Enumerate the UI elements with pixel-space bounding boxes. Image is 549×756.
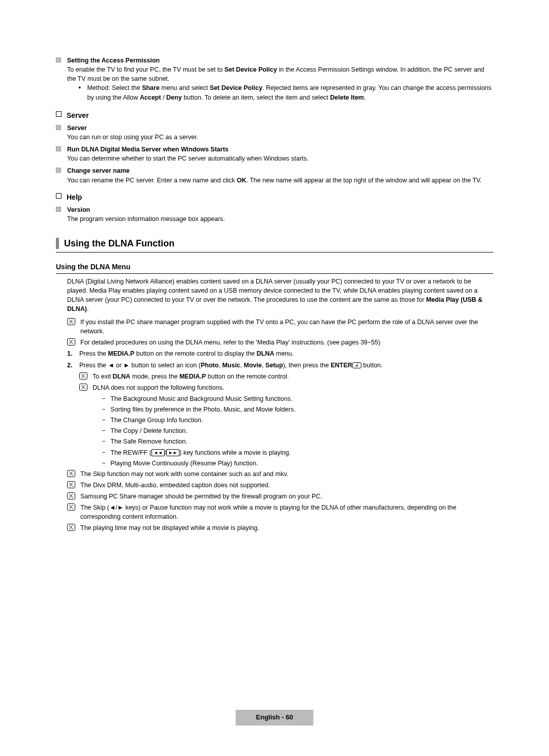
para-dlna-intro: DLNA (Digital Living Network Alliance) e… (67, 277, 493, 314)
note-not-supported-list: DLNA does not support the following func… (79, 383, 493, 392)
step-2: 2. Press the ◄ or ► button to select an … (67, 361, 493, 370)
note-skip-container: The Skip function may not work with some… (67, 469, 493, 479)
heading-help: Help (67, 192, 82, 202)
note-icon (67, 318, 75, 325)
note-icon (79, 372, 87, 380)
note-skip-pause: The Skip (◄/► keys) or Pause function ma… (67, 503, 493, 521)
note-divx: The Divx DRM, Multi-audio, embedded capt… (67, 481, 493, 490)
checkbox-server: Server (56, 110, 493, 120)
note-firewall: Samsung PC Share manager should be permi… (67, 492, 493, 501)
ff-key-icon: ►► (166, 449, 179, 456)
note-playing-time: The playing time may not be displayed wh… (67, 523, 493, 532)
square-bullet-icon (56, 57, 61, 62)
heading-server: Server (67, 110, 89, 120)
note-icon (67, 338, 75, 345)
note-icon (67, 503, 75, 511)
rew-key-icon: ◄◄ (151, 449, 165, 456)
note-install-pc-share: If you install the PC share manager prog… (67, 318, 493, 336)
bullet-server-sub3: Change server name You can rename the PC… (56, 166, 493, 184)
bullet-access-permission: Setting the Access Permission To enable … (56, 56, 493, 103)
checkbox-icon (56, 193, 62, 199)
dash-change-group: The Change Group Info function. (102, 416, 493, 425)
bullet-server-sub2: Run DLNA Digital Media Server when Windo… (56, 145, 493, 163)
page-footer: English - 60 (236, 710, 314, 726)
square-bullet-icon (56, 146, 61, 151)
note-icon (67, 481, 75, 488)
dash-copy-delete: The Copy / Delete function. (102, 426, 493, 435)
step-1: 1. Press the MEDIA.P button on the remot… (67, 349, 493, 358)
square-bullet-icon (56, 168, 61, 173)
note-icon (67, 524, 75, 531)
section-divider (56, 252, 493, 253)
square-bullet-icon (56, 125, 61, 130)
note-icon (67, 470, 75, 477)
section-dlna-function: Using the DLNA Function (56, 237, 493, 253)
note-exit-dlna: To exit DLNA mode, press the MEDIA.P but… (79, 372, 493, 381)
dash-rew-ff: The REW/FF (◄◄/►►) key functions while a… (102, 448, 493, 457)
note-icon (79, 384, 87, 391)
square-bullet-icon (56, 207, 61, 212)
dash-resume-play: Playing Movie Continuously (Resume Play)… (102, 459, 493, 468)
dash-bg-music: The Background Music and Background Musi… (102, 394, 493, 403)
note-detailed-procedures: For detailed procedures on using the DLN… (67, 338, 493, 347)
dash-safe-remove: The Safe Remove function. (102, 437, 493, 446)
checkbox-help: Help (56, 192, 493, 202)
note-icon (67, 492, 75, 499)
checkbox-icon (56, 111, 62, 117)
bullet-method: Method: Select the Share menu and select… (78, 83, 493, 102)
section-bar-icon (56, 238, 59, 249)
para-access: To enable the TV to find your PC, the TV… (67, 65, 493, 83)
bullet-help-version: Version The program version information … (56, 205, 493, 224)
bullet-server-sub1: Server You can run or stop using your PC… (56, 123, 493, 142)
dash-sorting: Sorting files by preference in the Photo… (102, 405, 493, 414)
subheading-dlna-menu: Using the DLNA Menu (56, 262, 493, 273)
enter-icon (352, 362, 361, 368)
heading-access-permission: Setting the Access Permission (67, 56, 493, 65)
